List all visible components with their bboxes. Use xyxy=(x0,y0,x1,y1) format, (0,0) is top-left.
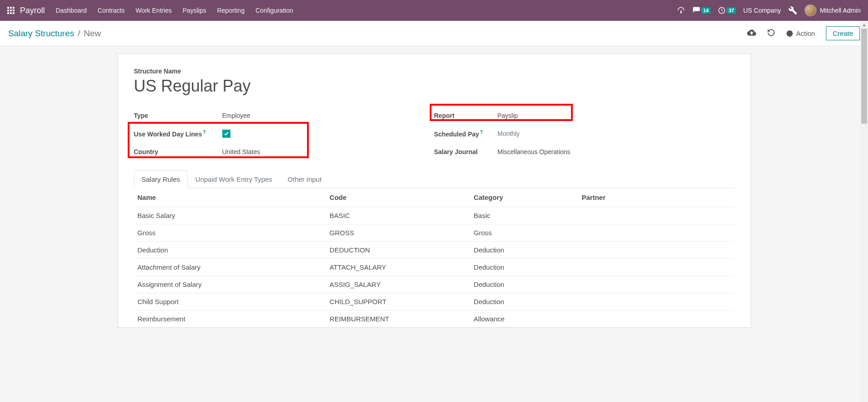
scheduled-pay-value[interactable]: Monthly xyxy=(498,130,520,137)
cell-code: REIMBURSEMENT xyxy=(326,310,470,328)
use-worked-day-lines-label: Use Worked Day Lines? xyxy=(134,130,222,138)
col-header-partner[interactable]: Partner xyxy=(578,188,734,207)
cell-name: Assignment of Salary xyxy=(134,276,326,293)
cell-code: CHILD_SUPPORT xyxy=(326,293,470,310)
cell-partner xyxy=(578,224,734,242)
nav-dashboard[interactable]: Dashboard xyxy=(56,7,87,14)
cell-partner xyxy=(578,310,734,328)
nav-configuration[interactable]: Configuration xyxy=(255,7,293,14)
salary-journal-value[interactable]: Miscellaneous Operations xyxy=(498,148,571,155)
cell-code: GROSS xyxy=(326,224,470,242)
breadcrumb-separator: / xyxy=(78,29,80,39)
table-row[interactable]: Assignment of SalaryASSIG_SALARYDeductio… xyxy=(134,276,734,293)
messages-badge: 14 xyxy=(701,7,710,14)
scroll-up-icon[interactable]: ▲ xyxy=(860,21,868,29)
cell-partner xyxy=(578,242,734,259)
action-label: Action xyxy=(796,29,815,37)
cell-code: DEDUCTION xyxy=(326,242,470,259)
cell-category: Basic xyxy=(470,207,578,224)
debug-icon[interactable] xyxy=(788,6,797,15)
table-row[interactable]: Basic SalaryBASICBasic xyxy=(134,207,734,224)
svg-point-9 xyxy=(681,12,681,13)
salary-journal-label: Salary Journal xyxy=(434,148,498,155)
cell-name: Attachment of Salary xyxy=(134,259,326,276)
tab-salary-rules[interactable]: Salary Rules xyxy=(134,170,188,188)
col-header-name[interactable]: Name xyxy=(134,188,326,207)
help-icon[interactable]: ? xyxy=(480,130,483,135)
country-value[interactable]: United States xyxy=(222,148,260,155)
topbar-right: 14 37 US Company Mitchell Admin xyxy=(677,5,861,16)
breadcrumb-current: New xyxy=(84,29,101,39)
use-worked-day-lines-checkbox[interactable] xyxy=(222,130,230,138)
table-row[interactable]: DeductionDEDUCTIONDeduction xyxy=(134,242,734,259)
cell-category: Allowance xyxy=(470,310,578,328)
messages-icon[interactable]: 14 xyxy=(692,6,710,15)
nav-work-entries[interactable]: Work Entries xyxy=(135,7,172,14)
cell-partner xyxy=(578,276,734,293)
structure-name-label: Structure Name xyxy=(134,68,734,75)
report-label: Report xyxy=(434,112,498,119)
svg-rect-6 xyxy=(7,12,9,14)
cloud-upload-icon[interactable] xyxy=(747,28,756,39)
col-header-code[interactable]: Code xyxy=(326,188,470,207)
activities-badge: 37 xyxy=(727,7,736,14)
table-row[interactable]: Attachment of SalaryATTACH_SALARYDeducti… xyxy=(134,259,734,276)
nav-reporting[interactable]: Reporting xyxy=(217,7,245,14)
create-button[interactable]: Create xyxy=(826,26,860,40)
svg-rect-0 xyxy=(7,7,9,9)
nav-payslips[interactable]: Payslips xyxy=(182,7,206,14)
scheduled-pay-label: Scheduled Pay? xyxy=(434,130,498,138)
action-menu[interactable]: Action xyxy=(786,29,815,37)
cell-partner xyxy=(578,293,734,310)
cell-name: Basic Salary xyxy=(134,207,326,224)
main-nav: Dashboard Contracts Work Entries Payslip… xyxy=(56,7,293,14)
svg-rect-7 xyxy=(10,12,12,14)
cell-partner xyxy=(578,259,734,276)
cell-category: Gross xyxy=(470,224,578,242)
left-column: Type Employee Use Worked Day Lines? Coun… xyxy=(134,107,434,161)
svg-rect-5 xyxy=(13,10,14,11)
control-panel: Salary Structures / New Action Create xyxy=(0,21,868,46)
apps-icon[interactable] xyxy=(7,7,14,14)
table-row[interactable]: GrossGROSSGross xyxy=(134,224,734,242)
notebook-tabs: Salary Rules Unpaid Work Entry Types Oth… xyxy=(134,170,734,188)
discard-icon[interactable] xyxy=(767,29,775,38)
breadcrumb: Salary Structures / New xyxy=(8,29,101,39)
user-menu[interactable]: Mitchell Admin xyxy=(805,5,861,16)
tab-other-input[interactable]: Other Input xyxy=(280,170,329,188)
structure-name-value[interactable]: US Regular Pay xyxy=(134,77,734,96)
cell-name: Child Support xyxy=(134,293,326,310)
scrollbar[interactable]: ▲ xyxy=(860,21,868,335)
col-header-category[interactable]: Category xyxy=(470,188,578,207)
cell-category: Deduction xyxy=(470,293,578,310)
type-label: Type xyxy=(134,112,222,119)
tab-unpaid-work-entry-types[interactable]: Unpaid Work Entry Types xyxy=(188,170,280,188)
cell-partner xyxy=(578,207,734,224)
svg-rect-4 xyxy=(10,10,12,11)
cell-code: BASIC xyxy=(326,207,470,224)
svg-rect-3 xyxy=(7,10,9,11)
svg-rect-8 xyxy=(13,12,14,14)
app-name[interactable]: Payroll xyxy=(20,6,45,15)
cell-name: Reimbursement xyxy=(134,310,326,328)
report-value[interactable]: Payslip xyxy=(498,112,518,119)
cell-code: ASSIG_SALARY xyxy=(326,276,470,293)
activities-icon[interactable]: 37 xyxy=(718,6,736,15)
top-navbar: Payroll Dashboard Contracts Work Entries… xyxy=(0,0,868,21)
cell-name: Deduction xyxy=(134,242,326,259)
company-selector[interactable]: US Company xyxy=(743,7,781,14)
breadcrumb-parent[interactable]: Salary Structures xyxy=(8,29,74,39)
cell-category: Deduction xyxy=(470,259,578,276)
form-sheet: Structure Name US Regular Pay Type Emplo… xyxy=(117,53,751,328)
cell-code: ATTACH_SALARY xyxy=(326,259,470,276)
help-icon[interactable]: ? xyxy=(203,130,206,135)
right-column: Report Payslip Scheduled Pay? Monthly Sa… xyxy=(434,107,734,161)
table-row[interactable]: ReimbursementREIMBURSEMENTAllowance xyxy=(134,310,734,328)
cell-category: Deduction xyxy=(470,276,578,293)
cell-name: Gross xyxy=(134,224,326,242)
table-row[interactable]: Child SupportCHILD_SUPPORTDeduction xyxy=(134,293,734,310)
type-value[interactable]: Employee xyxy=(222,112,250,119)
voip-icon[interactable] xyxy=(677,6,685,15)
scroll-thumb[interactable] xyxy=(861,29,867,124)
nav-contracts[interactable]: Contracts xyxy=(98,7,125,14)
